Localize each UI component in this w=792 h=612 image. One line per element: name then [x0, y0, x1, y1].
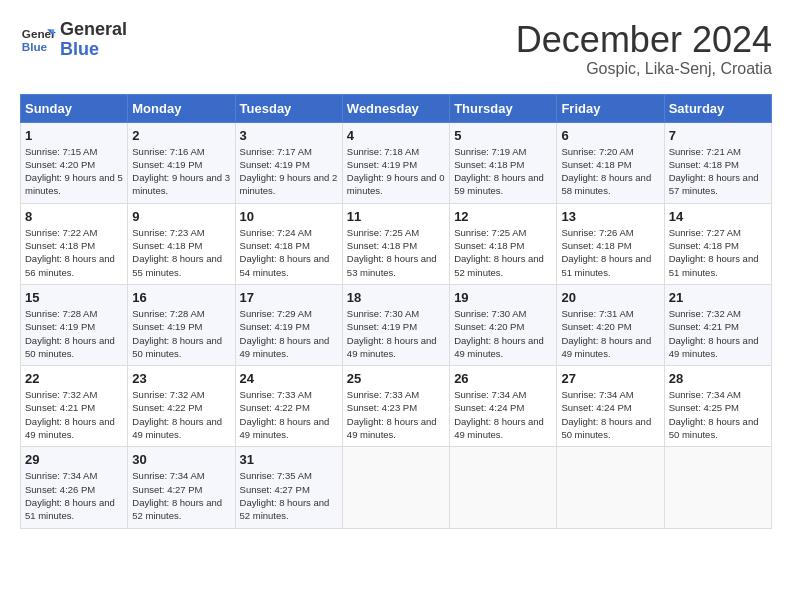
calendar-title-block: December 2024 Gospic, Lika-Senj, Croatia — [516, 20, 772, 78]
calendar-cell: 8Sunrise: 7:22 AM Sunset: 4:18 PM Daylig… — [21, 203, 128, 284]
calendar-cell: 4Sunrise: 7:18 AM Sunset: 4:19 PM Daylig… — [342, 122, 449, 203]
calendar-header: Sunday Monday Tuesday Wednesday Thursday… — [21, 94, 772, 122]
generalblue-logo-icon: General Blue — [20, 22, 56, 58]
header-sunday: Sunday — [21, 94, 128, 122]
day-info: Sunrise: 7:22 AM Sunset: 4:18 PM Dayligh… — [25, 226, 123, 279]
day-number: 25 — [347, 371, 445, 386]
day-number: 31 — [240, 452, 338, 467]
day-number: 17 — [240, 290, 338, 305]
calendar-cell: 26Sunrise: 7:34 AM Sunset: 4:24 PM Dayli… — [450, 366, 557, 447]
calendar-week-row: 22Sunrise: 7:32 AM Sunset: 4:21 PM Dayli… — [21, 366, 772, 447]
calendar-cell: 15Sunrise: 7:28 AM Sunset: 4:19 PM Dayli… — [21, 284, 128, 365]
day-info: Sunrise: 7:27 AM Sunset: 4:18 PM Dayligh… — [669, 226, 767, 279]
calendar-cell: 7Sunrise: 7:21 AM Sunset: 4:18 PM Daylig… — [664, 122, 771, 203]
calendar-cell: 23Sunrise: 7:32 AM Sunset: 4:22 PM Dayli… — [128, 366, 235, 447]
calendar-cell: 17Sunrise: 7:29 AM Sunset: 4:19 PM Dayli… — [235, 284, 342, 365]
header-monday: Monday — [128, 94, 235, 122]
day-number: 1 — [25, 128, 123, 143]
calendar-month-year: December 2024 — [516, 20, 772, 60]
day-info: Sunrise: 7:15 AM Sunset: 4:20 PM Dayligh… — [25, 145, 123, 198]
day-info: Sunrise: 7:35 AM Sunset: 4:27 PM Dayligh… — [240, 469, 338, 522]
day-info: Sunrise: 7:28 AM Sunset: 4:19 PM Dayligh… — [25, 307, 123, 360]
day-number: 15 — [25, 290, 123, 305]
day-number: 6 — [561, 128, 659, 143]
day-info: Sunrise: 7:32 AM Sunset: 4:22 PM Dayligh… — [132, 388, 230, 441]
day-info: Sunrise: 7:26 AM Sunset: 4:18 PM Dayligh… — [561, 226, 659, 279]
day-number: 5 — [454, 128, 552, 143]
day-info: Sunrise: 7:28 AM Sunset: 4:19 PM Dayligh… — [132, 307, 230, 360]
calendar-cell: 27Sunrise: 7:34 AM Sunset: 4:24 PM Dayli… — [557, 366, 664, 447]
day-number: 16 — [132, 290, 230, 305]
calendar-cell: 13Sunrise: 7:26 AM Sunset: 4:18 PM Dayli… — [557, 203, 664, 284]
day-number: 8 — [25, 209, 123, 224]
day-number: 14 — [669, 209, 767, 224]
calendar-cell: 10Sunrise: 7:24 AM Sunset: 4:18 PM Dayli… — [235, 203, 342, 284]
day-info: Sunrise: 7:34 AM Sunset: 4:24 PM Dayligh… — [454, 388, 552, 441]
day-info: Sunrise: 7:25 AM Sunset: 4:18 PM Dayligh… — [454, 226, 552, 279]
day-info: Sunrise: 7:34 AM Sunset: 4:26 PM Dayligh… — [25, 469, 123, 522]
day-info: Sunrise: 7:16 AM Sunset: 4:19 PM Dayligh… — [132, 145, 230, 198]
calendar-location: Gospic, Lika-Senj, Croatia — [516, 60, 772, 78]
calendar-cell: 22Sunrise: 7:32 AM Sunset: 4:21 PM Dayli… — [21, 366, 128, 447]
calendar-cell — [557, 447, 664, 528]
day-info: Sunrise: 7:32 AM Sunset: 4:21 PM Dayligh… — [669, 307, 767, 360]
calendar-cell: 3Sunrise: 7:17 AM Sunset: 4:19 PM Daylig… — [235, 122, 342, 203]
calendar-week-row: 8Sunrise: 7:22 AM Sunset: 4:18 PM Daylig… — [21, 203, 772, 284]
calendar-cell: 12Sunrise: 7:25 AM Sunset: 4:18 PM Dayli… — [450, 203, 557, 284]
svg-text:Blue: Blue — [22, 40, 48, 53]
day-info: Sunrise: 7:23 AM Sunset: 4:18 PM Dayligh… — [132, 226, 230, 279]
day-info: Sunrise: 7:30 AM Sunset: 4:20 PM Dayligh… — [454, 307, 552, 360]
day-number: 13 — [561, 209, 659, 224]
calendar-week-row: 1Sunrise: 7:15 AM Sunset: 4:20 PM Daylig… — [21, 122, 772, 203]
day-number: 4 — [347, 128, 445, 143]
day-info: Sunrise: 7:21 AM Sunset: 4:18 PM Dayligh… — [669, 145, 767, 198]
calendar-table: Sunday Monday Tuesday Wednesday Thursday… — [20, 94, 772, 529]
calendar-cell: 31Sunrise: 7:35 AM Sunset: 4:27 PM Dayli… — [235, 447, 342, 528]
calendar-cell: 21Sunrise: 7:32 AM Sunset: 4:21 PM Dayli… — [664, 284, 771, 365]
day-number: 12 — [454, 209, 552, 224]
calendar-cell: 30Sunrise: 7:34 AM Sunset: 4:27 PM Dayli… — [128, 447, 235, 528]
calendar-cell: 18Sunrise: 7:30 AM Sunset: 4:19 PM Dayli… — [342, 284, 449, 365]
header-friday: Friday — [557, 94, 664, 122]
day-info: Sunrise: 7:29 AM Sunset: 4:19 PM Dayligh… — [240, 307, 338, 360]
day-number: 9 — [132, 209, 230, 224]
calendar-cell: 11Sunrise: 7:25 AM Sunset: 4:18 PM Dayli… — [342, 203, 449, 284]
day-number: 19 — [454, 290, 552, 305]
calendar-cell: 9Sunrise: 7:23 AM Sunset: 4:18 PM Daylig… — [128, 203, 235, 284]
day-info: Sunrise: 7:32 AM Sunset: 4:21 PM Dayligh… — [25, 388, 123, 441]
calendar-cell: 16Sunrise: 7:28 AM Sunset: 4:19 PM Dayli… — [128, 284, 235, 365]
day-info: Sunrise: 7:17 AM Sunset: 4:19 PM Dayligh… — [240, 145, 338, 198]
day-info: Sunrise: 7:31 AM Sunset: 4:20 PM Dayligh… — [561, 307, 659, 360]
calendar-cell — [664, 447, 771, 528]
day-number: 29 — [25, 452, 123, 467]
day-info: Sunrise: 7:33 AM Sunset: 4:22 PM Dayligh… — [240, 388, 338, 441]
header-saturday: Saturday — [664, 94, 771, 122]
calendar-cell: 19Sunrise: 7:30 AM Sunset: 4:20 PM Dayli… — [450, 284, 557, 365]
calendar-cell: 1Sunrise: 7:15 AM Sunset: 4:20 PM Daylig… — [21, 122, 128, 203]
days-header-row: Sunday Monday Tuesday Wednesday Thursday… — [21, 94, 772, 122]
calendar-cell: 24Sunrise: 7:33 AM Sunset: 4:22 PM Dayli… — [235, 366, 342, 447]
day-number: 10 — [240, 209, 338, 224]
day-info: Sunrise: 7:24 AM Sunset: 4:18 PM Dayligh… — [240, 226, 338, 279]
logo-text: General Blue — [60, 20, 127, 60]
day-number: 26 — [454, 371, 552, 386]
day-info: Sunrise: 7:34 AM Sunset: 4:27 PM Dayligh… — [132, 469, 230, 522]
calendar-body: 1Sunrise: 7:15 AM Sunset: 4:20 PM Daylig… — [21, 122, 772, 528]
calendar-cell: 14Sunrise: 7:27 AM Sunset: 4:18 PM Dayli… — [664, 203, 771, 284]
calendar-cell: 5Sunrise: 7:19 AM Sunset: 4:18 PM Daylig… — [450, 122, 557, 203]
svg-text:General: General — [22, 27, 56, 40]
day-number: 28 — [669, 371, 767, 386]
day-number: 11 — [347, 209, 445, 224]
calendar-cell: 2Sunrise: 7:16 AM Sunset: 4:19 PM Daylig… — [128, 122, 235, 203]
day-number: 24 — [240, 371, 338, 386]
logo: General Blue General Blue — [20, 20, 127, 60]
day-info: Sunrise: 7:30 AM Sunset: 4:19 PM Dayligh… — [347, 307, 445, 360]
day-info: Sunrise: 7:33 AM Sunset: 4:23 PM Dayligh… — [347, 388, 445, 441]
day-info: Sunrise: 7:18 AM Sunset: 4:19 PM Dayligh… — [347, 145, 445, 198]
day-number: 7 — [669, 128, 767, 143]
page-header: General Blue General Blue December 2024 … — [20, 20, 772, 78]
calendar-cell: 28Sunrise: 7:34 AM Sunset: 4:25 PM Dayli… — [664, 366, 771, 447]
calendar-cell: 6Sunrise: 7:20 AM Sunset: 4:18 PM Daylig… — [557, 122, 664, 203]
header-wednesday: Wednesday — [342, 94, 449, 122]
day-number: 22 — [25, 371, 123, 386]
